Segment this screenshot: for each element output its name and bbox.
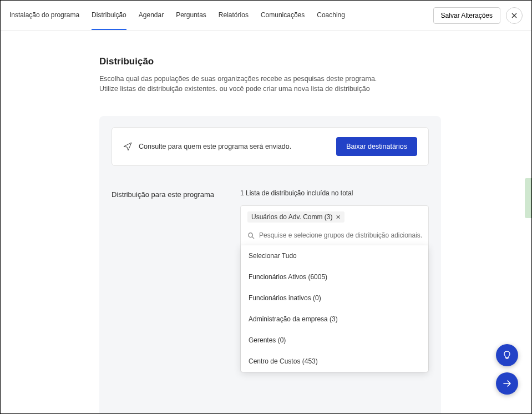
group-selector[interactable]: Usuários do Adv. Comm (3) ✕ Selecionar T… (240, 205, 429, 372)
tab-agendar[interactable]: Agendar (139, 1, 164, 30)
chip-label: Usuários do Adv. Comm (3) (251, 213, 333, 221)
close-icon (511, 12, 518, 19)
search-icon (247, 232, 255, 239)
info-left: Consulte para quem este programa será en… (123, 142, 336, 151)
distribution-meta: 1 Lista de distribuição incluída no tota… (240, 189, 429, 197)
tab-coaching[interactable]: Coaching (317, 1, 345, 30)
arrow-right-icon (501, 378, 513, 389)
option-cost-center[interactable]: Centro de Custos (453) (241, 351, 428, 372)
search-row (241, 228, 428, 245)
distribution-count-text: Lista de distribuição incluída no total (246, 189, 353, 197)
chip-remove-icon[interactable]: ✕ (336, 214, 341, 221)
selected-chips: Usuários do Adv. Comm (3) ✕ (241, 206, 428, 228)
next-button[interactable] (496, 372, 518, 395)
distribution-panel: Consulte para quem este programa será en… (99, 116, 441, 414)
group-dropdown: Selecionar Tudo Funcionários Ativos (600… (241, 245, 428, 372)
info-card: Consulte para quem este programa será en… (112, 127, 429, 166)
option-inactive-employees[interactable]: Funcionários inativos (0) (241, 287, 428, 309)
page-title: Distribuição (99, 56, 531, 67)
selected-chip[interactable]: Usuários do Adv. Comm (3) ✕ (247, 211, 344, 223)
distribution-body: 1 Lista de distribuição incluída no tota… (240, 189, 429, 372)
distribution-section: Distribuição para este programa 1 Lista … (112, 189, 429, 372)
page-description: Escolha qual das populações de suas orga… (99, 74, 388, 94)
download-recipients-button[interactable]: Baixar destinatários (336, 137, 417, 156)
top-bar: Instalação do programa Distribuição Agen… (1, 1, 531, 31)
save-button[interactable]: Salvar Alterações (433, 7, 500, 24)
send-icon (123, 142, 132, 151)
group-search-input[interactable] (259, 231, 422, 239)
lightbulb-icon (502, 350, 512, 360)
svg-point-0 (249, 233, 253, 237)
option-managers[interactable]: Gerentes (0) (241, 330, 428, 351)
tab-relatorios[interactable]: Relatórios (219, 1, 249, 30)
content: Distribuição Escolha qual das populações… (1, 31, 531, 414)
distribution-count: 1 (240, 189, 244, 197)
option-select-all[interactable]: Selecionar Tudo (241, 245, 428, 266)
tab-perguntas[interactable]: Perguntas (176, 1, 206, 30)
option-company-admin[interactable]: Administração da empresa (3) (241, 309, 428, 330)
close-button[interactable] (506, 7, 523, 24)
svg-line-1 (252, 236, 255, 239)
option-active-employees[interactable]: Funcionários Ativos (6005) (241, 266, 428, 287)
feedback-tab[interactable] (525, 178, 531, 218)
info-text: Consulte para quem este programa será en… (139, 143, 291, 150)
hint-button[interactable] (496, 344, 518, 366)
desc-line-1: Escolha qual das populações de suas orga… (99, 74, 388, 84)
desc-line-2: Utilize listas de distribuição existente… (99, 84, 388, 94)
tab-comunicacoes[interactable]: Comunicações (261, 1, 305, 30)
distribution-label: Distribuição para este programa (112, 189, 240, 372)
topbar-actions: Salvar Alterações (433, 7, 523, 24)
tab-instalacao[interactable]: Instalação do programa (9, 1, 79, 30)
tab-distribuicao[interactable]: Distribuição (92, 1, 126, 30)
nav-tabs: Instalação do programa Distribuição Agen… (9, 1, 433, 30)
